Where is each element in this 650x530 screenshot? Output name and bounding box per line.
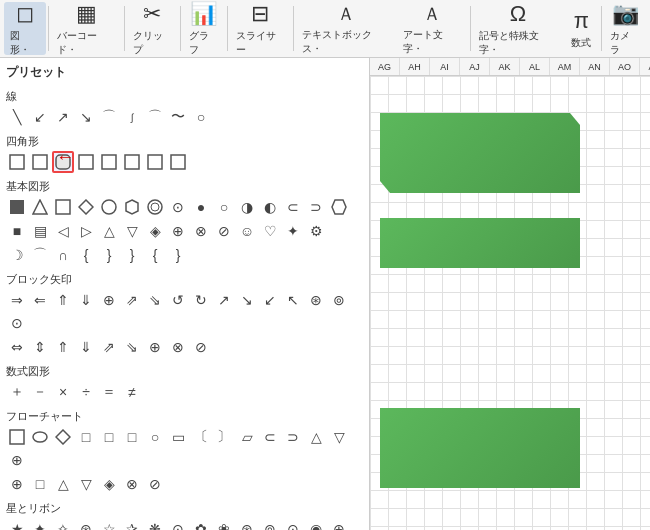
basic-31[interactable]: ⌒	[29, 244, 51, 266]
star-15[interactable]: ⊕	[328, 518, 350, 530]
basic-11[interactable]: ◑	[236, 196, 258, 218]
math-5[interactable]: ＝	[98, 381, 120, 403]
arrow-19[interactable]: ⇑	[52, 336, 74, 358]
line-shape-5[interactable]: ⌒	[98, 106, 120, 128]
toolbar-slicer[interactable]: ⊟ スライサー	[230, 2, 291, 55]
rect-shape-5[interactable]	[98, 151, 120, 173]
basic-17[interactable]: ▤	[29, 220, 51, 242]
flow-14[interactable]: △	[305, 426, 327, 448]
flow-8[interactable]: ▭	[167, 426, 189, 448]
basic-12[interactable]: ◐	[259, 196, 281, 218]
basic-33[interactable]: {	[75, 244, 97, 266]
green-shape-rectangle[interactable]	[380, 218, 580, 268]
flow-9[interactable]: 〔	[190, 426, 212, 448]
math-1[interactable]: ＋	[6, 381, 28, 403]
basic-29[interactable]: ⚙	[305, 220, 327, 242]
arrow-7[interactable]: ⇘	[144, 289, 166, 311]
basic-4[interactable]	[75, 196, 97, 218]
star-6[interactable]: ✰	[121, 518, 143, 530]
arrow-6[interactable]: ⇗	[121, 289, 143, 311]
star-8[interactable]: ⊙	[167, 518, 189, 530]
basic-9[interactable]: ●	[190, 196, 212, 218]
basic-26[interactable]: ☺	[236, 220, 258, 242]
arrow-13[interactable]: ↖	[282, 289, 304, 311]
star-1[interactable]: ★	[6, 518, 28, 530]
basic-37[interactable]: }	[167, 244, 189, 266]
basic-22[interactable]: ◈	[144, 220, 166, 242]
flow-16[interactable]: ⊕	[6, 449, 28, 471]
basic-21[interactable]: ▽	[121, 220, 143, 242]
line-shape-6[interactable]: ∫	[121, 106, 143, 128]
basic-30[interactable]: ☽	[6, 244, 28, 266]
flow-3[interactable]	[52, 426, 74, 448]
star-11[interactable]: ⊛	[236, 518, 258, 530]
line-shape-1[interactable]: ╲	[6, 106, 28, 128]
toolbar-shape[interactable]: ◻ 図形・	[4, 2, 46, 55]
basic-1[interactable]	[6, 196, 28, 218]
arrow-4[interactable]: ⇓	[75, 289, 97, 311]
arrow-5[interactable]: ⊕	[98, 289, 120, 311]
basic-3[interactable]	[52, 196, 74, 218]
arrow-14[interactable]: ⊛	[305, 289, 327, 311]
flow-7[interactable]: ○	[144, 426, 166, 448]
flow-11[interactable]: ▱	[236, 426, 258, 448]
flow-22[interactable]: ⊗	[121, 473, 143, 495]
basic-34[interactable]: }	[98, 244, 120, 266]
arrow-11[interactable]: ↘	[236, 289, 258, 311]
basic-25[interactable]: ⊘	[213, 220, 235, 242]
toolbar-formula[interactable]: π 数式	[563, 2, 599, 55]
basic-6[interactable]	[121, 196, 143, 218]
toolbar-camera[interactable]: 📷 カメラ	[604, 2, 646, 55]
rect-shape-1[interactable]	[6, 151, 28, 173]
basic-16[interactable]: ■	[6, 220, 28, 242]
flow-19[interactable]: △	[52, 473, 74, 495]
arrow-16[interactable]: ⊙	[6, 312, 28, 334]
rect-shape-2[interactable]	[29, 151, 51, 173]
basic-19[interactable]: ▷	[75, 220, 97, 242]
basic-35[interactable]: }	[121, 244, 143, 266]
arrow-20[interactable]: ⇓	[75, 336, 97, 358]
basic-18[interactable]: ◁	[52, 220, 74, 242]
toolbar-barcode[interactable]: ▦ バーコード・	[51, 2, 122, 55]
rect-shape-7[interactable]	[144, 151, 166, 173]
basic-13[interactable]: ⊂	[282, 196, 304, 218]
basic-27[interactable]: ♡	[259, 220, 281, 242]
basic-24[interactable]: ⊗	[190, 220, 212, 242]
toolbar-clip[interactable]: ✂ クリップ	[127, 2, 178, 55]
star-4[interactable]: ⊛	[75, 518, 97, 530]
line-shape-4[interactable]: ↘	[75, 106, 97, 128]
flow-13[interactable]: ⊃	[282, 426, 304, 448]
flow-6[interactable]: □	[121, 426, 143, 448]
star-3[interactable]: ✧	[52, 518, 74, 530]
arrow-2[interactable]: ⇐	[29, 289, 51, 311]
arrow-10[interactable]: ↗	[213, 289, 235, 311]
flow-23[interactable]: ⊘	[144, 473, 166, 495]
flow-17[interactable]: ⊕	[6, 473, 28, 495]
flow-18[interactable]: □	[29, 473, 51, 495]
basic-14[interactable]: ⊃	[305, 196, 327, 218]
toolbar-symbol[interactable]: Ω 記号と特殊文字・	[473, 2, 564, 55]
star-13[interactable]: ⊙	[282, 518, 304, 530]
line-shape-2[interactable]: ↙	[29, 106, 51, 128]
green-shape-hexagonal[interactable]	[380, 113, 580, 193]
flow-4[interactable]: □	[75, 426, 97, 448]
flow-15[interactable]: ▽	[328, 426, 350, 448]
line-shape-3[interactable]: ↗	[52, 106, 74, 128]
rect-shape-6[interactable]	[121, 151, 143, 173]
star-2[interactable]: ✦	[29, 518, 51, 530]
basic-8[interactable]: ⊙	[167, 196, 189, 218]
arrow-21[interactable]: ⇗	[98, 336, 120, 358]
star-9[interactable]: ✿	[190, 518, 212, 530]
star-7[interactable]: ❋	[144, 518, 166, 530]
math-2[interactable]: －	[29, 381, 51, 403]
basic-23[interactable]: ⊕	[167, 220, 189, 242]
arrow-24[interactable]: ⊗	[167, 336, 189, 358]
arrow-17[interactable]: ⇔	[6, 336, 28, 358]
basic-36[interactable]: {	[144, 244, 166, 266]
basic-10[interactable]: ○	[213, 196, 235, 218]
green-shape-rectangle-2[interactable]	[380, 408, 580, 488]
arrow-25[interactable]: ⊘	[190, 336, 212, 358]
line-shape-8[interactable]: 〜	[167, 106, 189, 128]
arrow-18[interactable]: ⇕	[29, 336, 51, 358]
toolbar-graph[interactable]: 📊 グラフ	[183, 2, 225, 55]
